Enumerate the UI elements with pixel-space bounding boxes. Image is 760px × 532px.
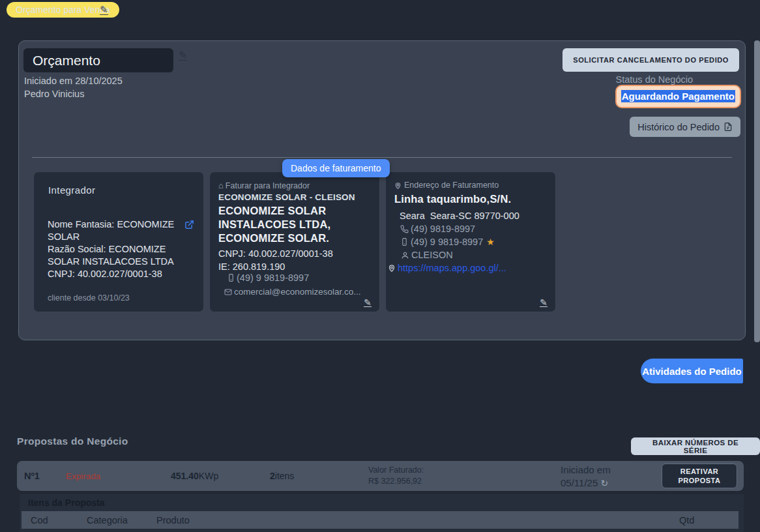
billing-to-header: ⌂ Faturar para Integrador (218, 181, 310, 190)
address-city: Seara Seara-SC 89770-000 (400, 211, 519, 221)
download-serial-numbers-button[interactable]: BAIXAR NÚMEROS DE SÉRIE (631, 437, 760, 455)
address-phone: (49) 9819-8997 (411, 224, 475, 234)
billing-to-header-label: Faturar para Integrador (226, 181, 310, 190)
address-phone-row: (49) 9819-8997 (400, 224, 475, 234)
deal-status-value: Aguardando Pagamento (621, 90, 735, 102)
order-start-date: Iniciado em 28/10/2025 (24, 76, 123, 86)
mobile-phone-icon (400, 237, 409, 246)
integrator-legal-name: Razão Social: ECONOMIZE SOLAR INSTALACOE… (48, 243, 187, 268)
address-street: Linha taquarimbo,S/N. (394, 193, 511, 205)
deal-status-select[interactable]: Aguardando Pagamento (615, 85, 741, 108)
edit-title-icon[interactable]: ✎ (179, 49, 187, 61)
edit-stage-icon[interactable]: ✎ (100, 4, 108, 15)
billed-value: R$ 322.956,92 (368, 477, 422, 486)
integrator-trade-name: Nome Fantasia: ECONOMIZE SOLAR (48, 218, 187, 243)
integrator-card: Integrador Nome Fantasia: ECONOMIZE SOLA… (33, 171, 204, 312)
mobile-phone-icon (227, 273, 235, 282)
request-cancel-order-button[interactable]: SOLICITAR CANCELAMENTO DO PEDIDO (563, 48, 739, 72)
map-pin-icon (387, 263, 396, 273)
integrator-cnpj: CNPJ: 40.002.027/0001-38 (48, 268, 187, 280)
section-divider (32, 157, 732, 158)
billing-mobile-row: (49) 9 9819-8997 (227, 273, 309, 283)
billing-ie: IE: 260.819.190 (218, 261, 285, 272)
integrator-details: Nome Fantasia: ECONOMIZE SOLAR Razão Soc… (48, 218, 187, 280)
vertical-scrollbar[interactable] (754, 40, 760, 342)
billing-address-card: Endereço de Faturamento Linha taquarimbo… (385, 171, 556, 312)
address-mobile: (49) 9 9819-8997 (411, 237, 483, 247)
proposal-power-value: 451.40 (171, 471, 199, 481)
client-since: cliente desde 03/10/23 (48, 293, 130, 303)
proposal-started: Iniciado em 05/11/25 ↻ (561, 464, 611, 490)
billing-cnpj: CNPJ: 40.002.027/0001-38 (218, 248, 333, 259)
maps-link[interactable]: https://maps.app.goo.gl/... (398, 263, 506, 273)
proposal-items-label: itens (275, 471, 295, 481)
billing-email: comercial@economizesolar.co... (234, 287, 361, 297)
reactivate-proposal-button[interactable]: REATIVAR PROPOSTA (662, 464, 737, 488)
column-header-cod: Cod (31, 515, 48, 525)
billing-address-header: Endereço de Faturamento (394, 181, 499, 190)
integrator-card-title: Integrador (48, 185, 95, 196)
envelope-icon (224, 288, 233, 296)
order-history-label: Histórico do Pedido (637, 122, 720, 132)
billing-mobile: (49) 9 9819-8997 (237, 273, 309, 283)
order-detail-page: Orçamento para Venda ✎ Orçamento ✎ Inici… (0, 0, 760, 532)
billing-company-name: ECONOMIZE SOLAR INSTALACOES LTDA, ECONOM… (218, 204, 370, 245)
proposal-items-number: 2 (270, 471, 275, 481)
address-contact-row: CLEISON (401, 250, 453, 260)
deal-status-label: Status do Negócio (616, 74, 694, 85)
order-owner: Pedro Vinicius (24, 89, 84, 99)
phone-icon (400, 225, 409, 233)
column-header-qtd: Qtd (679, 515, 694, 525)
column-header-produto: Produto (156, 515, 190, 525)
billing-email-row: comercial@economizesolar.co... (224, 287, 361, 297)
proposal-started-date: 05/11/25 (561, 477, 598, 488)
billing-data-tab[interactable]: Dados de faturamento (282, 159, 390, 177)
billing-to-card: ⌂ Faturar para Integrador ECONOMIZE SOLA… (209, 171, 380, 312)
proposal-power-unit: KWp (199, 471, 218, 481)
proposal-started-label: Iniciado em (561, 464, 611, 475)
home-icon: ⌂ (218, 181, 224, 190)
proposal-power: 451.40KWp (171, 471, 218, 481)
edit-address-icon[interactable]: ✎ (540, 297, 548, 307)
proposal-items-section: Itens da Proposta Cod Categoria Produto … (20, 494, 744, 532)
address-map-row: https://maps.app.goo.gl/... (387, 263, 506, 273)
proposal-billed: Valor Faturado: R$ 322.956,92 (368, 465, 424, 487)
items-table-header: Cod Categoria Produto Qtd (22, 511, 738, 529)
proposals-section-title: Propostas do Negócio (17, 436, 128, 447)
refresh-icon[interactable]: ↻ (600, 478, 608, 488)
address-contact: CLEISON (411, 250, 453, 260)
billing-contact-name: ECONOMIZE SOLAR - CLEISON (218, 192, 355, 202)
column-header-categoria: Categoria (87, 515, 128, 525)
order-card: Orçamento ✎ Iniciado em 28/10/2025 Pedro… (18, 40, 746, 340)
billing-address-header-label: Endereço de Faturamento (404, 181, 499, 190)
order-title-input[interactable]: Orçamento (23, 48, 173, 72)
address-mobile-row: (49) 9 9819-8997 ★ (400, 237, 495, 247)
favorite-star-icon: ★ (486, 237, 495, 247)
proposal-status-expired: Expirada (66, 471, 100, 481)
external-link-icon[interactable] (184, 220, 194, 229)
person-icon (401, 251, 409, 259)
proposal-items-count: 2itens (270, 471, 294, 481)
order-history-button[interactable]: Histórico do Pedido (630, 117, 740, 137)
document-icon (723, 122, 733, 132)
proposal-row[interactable]: Nº1 Expirada 451.40KWp 2itens Valor Fatu… (17, 461, 744, 491)
billed-label: Valor Faturado: (368, 466, 424, 475)
edit-billing-icon[interactable]: ✎ (364, 297, 372, 307)
proposal-number: Nº1 (24, 471, 40, 481)
map-pin-icon (394, 181, 402, 190)
proposal-items-title: Itens da Proposta (28, 497, 104, 508)
order-activities-button[interactable]: Atividades do Pedido (641, 359, 743, 383)
